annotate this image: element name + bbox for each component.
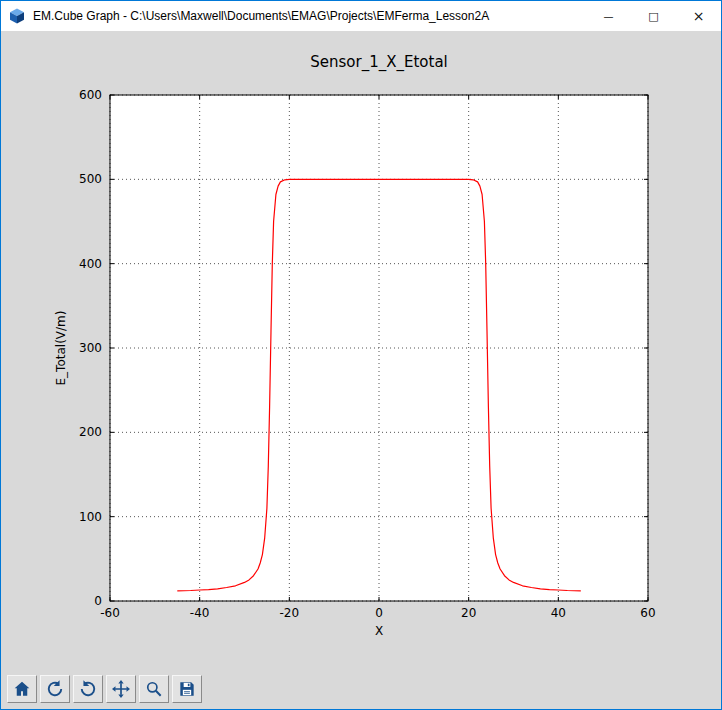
x-axis-label: X xyxy=(375,624,383,638)
home-button[interactable] xyxy=(7,675,37,703)
forward-button[interactable] xyxy=(73,675,103,703)
minimize-icon: — xyxy=(604,11,614,22)
window-title: EM.Cube Graph - C:\Users\Maxwell\Documen… xyxy=(33,9,586,23)
app-window: EM.Cube Graph - C:\Users\Maxwell\Documen… xyxy=(0,0,722,710)
x-tick-label: -20 xyxy=(280,606,300,620)
chart-title: Sensor_1_X_Etotal xyxy=(310,53,448,72)
y-axis-label: E_Total(V/m) xyxy=(54,311,68,386)
titlebar[interactable]: EM.Cube Graph - C:\Users\Maxwell\Documen… xyxy=(1,1,721,31)
y-tick-label: 200 xyxy=(79,425,102,439)
y-tick-label: 100 xyxy=(79,510,102,524)
plot-canvas[interactable]: -60-40-2002040600100200300400500600Senso… xyxy=(1,31,721,669)
chart: -60-40-2002040600100200300400500600Senso… xyxy=(1,31,721,669)
app-icon xyxy=(8,7,26,25)
home-icon xyxy=(12,679,32,699)
back-button[interactable] xyxy=(40,675,70,703)
pan-button[interactable] xyxy=(106,675,136,703)
minimize-button[interactable]: — xyxy=(586,1,631,31)
x-tick-label: 40 xyxy=(551,606,566,620)
x-tick-label: 60 xyxy=(640,606,655,620)
window-controls: — □ × xyxy=(586,1,721,31)
close-button[interactable]: × xyxy=(676,1,721,31)
save-icon xyxy=(177,679,197,699)
maximize-icon: □ xyxy=(648,10,658,23)
zoom-icon xyxy=(144,679,164,699)
zoom-button[interactable] xyxy=(139,675,169,703)
y-tick-label: 300 xyxy=(79,341,102,355)
y-tick-label: 500 xyxy=(79,172,102,186)
navigation-toolbar xyxy=(1,669,721,709)
x-tick-label: -40 xyxy=(190,606,210,620)
x-tick-label: 0 xyxy=(375,606,383,620)
y-tick-label: 400 xyxy=(79,257,102,271)
x-tick-label: 20 xyxy=(461,606,476,620)
x-tick-label: -60 xyxy=(100,606,120,620)
maximize-button[interactable]: □ xyxy=(631,1,676,31)
y-tick-label: 600 xyxy=(79,88,102,102)
y-tick-label: 0 xyxy=(94,594,102,608)
close-icon: × xyxy=(693,8,705,24)
save-button[interactable] xyxy=(172,675,202,703)
pan-icon xyxy=(111,679,131,699)
forward-icon xyxy=(78,679,98,699)
back-icon xyxy=(45,679,65,699)
